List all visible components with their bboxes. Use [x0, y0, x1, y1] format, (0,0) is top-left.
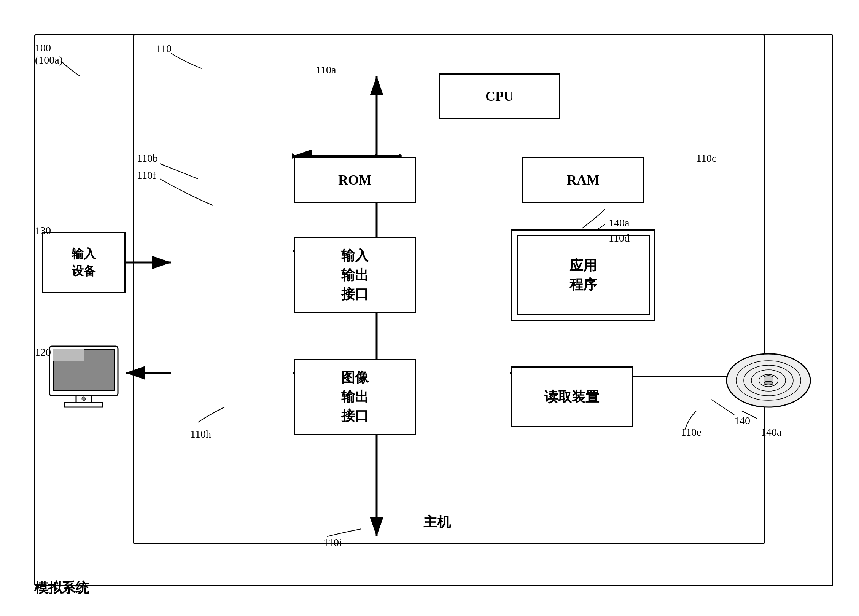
svg-point-34 — [82, 397, 86, 401]
ref-100: 100 — [35, 42, 51, 54]
cpu-label: CPU — [485, 88, 514, 104]
imgout-label: 图像 输出 接口 — [341, 368, 369, 425]
input-device-box: 输入 设备 — [42, 232, 126, 293]
disc-icon — [723, 342, 814, 419]
app-label: 应用 程序 — [569, 256, 597, 294]
inner-label: 主机 — [423, 513, 451, 532]
rom-label: ROM — [338, 172, 372, 188]
outer-label: 模拟系统 — [34, 579, 89, 597]
ref-110f: 110f — [137, 169, 156, 181]
monitor-icon — [42, 342, 126, 419]
svg-point-43 — [764, 381, 773, 385]
ref-110h: 110h — [190, 428, 211, 440]
ref-110e: 110e — [681, 426, 701, 438]
imgout-box: 图像 输出 接口 — [294, 359, 416, 435]
ref-140a-top: 140a — [609, 217, 629, 229]
ref-110i: 110i — [323, 536, 342, 549]
io-label: 输入 输出 接口 — [341, 246, 369, 304]
ref-110a: 110a — [316, 64, 336, 76]
input-device-label: 输入 设备 — [72, 245, 96, 280]
ref-140a-bottom: 140a — [761, 426, 781, 438]
ref-120: 120 — [35, 346, 51, 358]
ref-140: 140 — [734, 415, 750, 427]
svg-rect-33 — [65, 403, 103, 407]
read-label: 读取装置 — [544, 388, 599, 406]
app-box-inner: 应用 程序 — [517, 235, 650, 315]
app-box: 应用 程序 — [511, 229, 655, 321]
ram-box: RAM — [522, 157, 644, 203]
read-box: 读取装置 — [511, 366, 633, 427]
ref-110d: 110d — [609, 232, 630, 244]
ref-110: 110 — [156, 43, 172, 55]
cpu-box: CPU — [439, 73, 560, 119]
io-box: 输入 输出 接口 — [294, 237, 416, 313]
ref-100a: (100a) — [35, 54, 63, 66]
ref-130: 130 — [35, 224, 51, 237]
inner-host-box: CPU ROM RAM 输入 输出 接口 应用 程序 图像 输出 接口 读取装置 — [133, 34, 765, 544]
ram-label: RAM — [567, 172, 600, 188]
svg-rect-31 — [53, 349, 84, 361]
diagram-container: CPU ROM RAM 输入 输出 接口 应用 程序 图像 输出 接口 读取装置 — [11, 11, 848, 605]
ref-110c: 110c — [696, 152, 716, 164]
ref-110b: 110b — [137, 152, 158, 164]
rom-box: ROM — [294, 157, 416, 203]
